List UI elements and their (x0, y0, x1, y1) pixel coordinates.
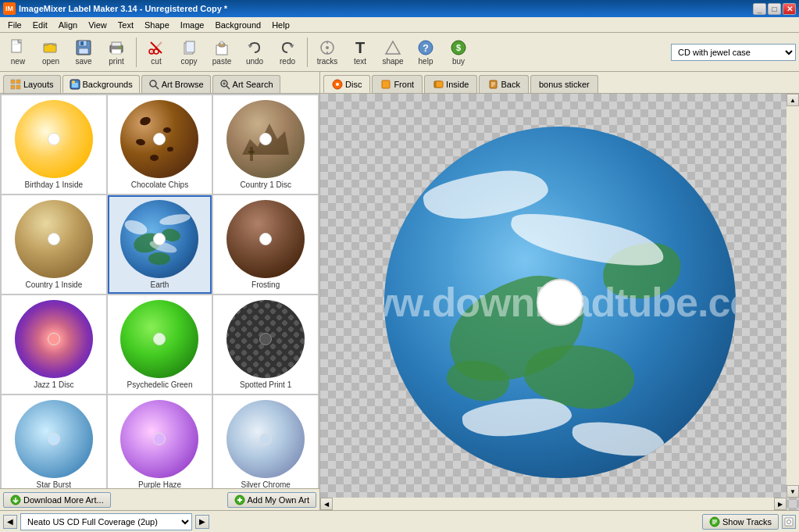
titlebar-buttons[interactable]: _ □ ✕ (753, 3, 796, 15)
new-label: new (11, 57, 25, 66)
thumbnail-extra1[interactable]: Star Burst (2, 395, 106, 488)
toolbar-separator-2 (307, 37, 308, 67)
redo-button[interactable]: redo (273, 36, 302, 68)
redo-label: redo (280, 57, 295, 66)
cut-icon (147, 38, 166, 57)
show-tracks-button[interactable]: Show Tracks (702, 514, 779, 530)
thumbnail-extra3[interactable]: Silver Chrome (213, 395, 318, 488)
scroll-left-arrow[interactable]: ◀ (320, 498, 333, 510)
main-cd-disc: www.downloadtube.com (384, 127, 736, 478)
tab-disc[interactable]: Disc (323, 75, 370, 93)
thumbnail-jazz[interactable]: Jazz 1 Disc (2, 295, 106, 394)
layout-select[interactable]: Neato US CD Full Coverage (2up) (20, 513, 192, 530)
next-layout-button[interactable]: ▶ (195, 515, 209, 529)
menu-help[interactable]: Help (267, 20, 294, 30)
thumbnail-spotted[interactable]: Spotted Print 1 (213, 295, 318, 394)
svg-text:?: ? (423, 42, 429, 54)
canvas-area: ▲ ▼ ◀ ▶ (320, 94, 799, 510)
thumbnail-country-inside[interactable]: Country 1 Inside (2, 195, 106, 294)
thumb-circle-birthday (15, 100, 93, 178)
thumb-label-extra3: Silver Chrome (241, 480, 290, 488)
cut-button[interactable]: cut (141, 36, 171, 68)
new-button[interactable]: new (3, 36, 33, 68)
svg-rect-30 (11, 80, 15, 84)
tab-art-browse[interactable]: Art Browse (141, 75, 211, 93)
thumbnail-earth[interactable]: Earth (108, 195, 212, 294)
thumb-circle-extra1 (15, 400, 93, 478)
help-button[interactable]: ? help (411, 36, 441, 68)
save-button[interactable]: save (69, 36, 98, 68)
print-button[interactable]: print (102, 36, 131, 68)
tab-bonus[interactable]: bonus sticker (530, 75, 598, 93)
minimize-button[interactable]: _ (753, 3, 766, 15)
scroll-up-arrow[interactable]: ▲ (787, 94, 799, 106)
thumb-label-chocolate: Chocolate Chips (131, 180, 188, 189)
back-tab-label: Back (501, 80, 519, 89)
maximize-button[interactable]: □ (768, 3, 781, 15)
tab-back[interactable]: Back (479, 75, 528, 93)
svg-text:$: $ (456, 43, 461, 52)
open-button[interactable]: open (36, 36, 66, 68)
thumb-hole (48, 333, 60, 345)
menu-align[interactable]: Align (54, 20, 82, 30)
menu-text[interactable]: Text (113, 20, 138, 30)
scroll-down-arrow[interactable]: ▼ (787, 485, 799, 498)
svg-point-56 (336, 83, 339, 86)
menu-edit[interactable]: Edit (28, 20, 52, 30)
thumbnail-extra2[interactable]: Purple Haze (108, 395, 212, 488)
thumbnail-chocolate[interactable]: Chocolate Chips (108, 95, 212, 194)
art-search-tab-label: Art Search (233, 80, 273, 89)
thumbnail-frosting[interactable]: Frosting (213, 195, 318, 294)
menu-shape[interactable]: Shape (140, 20, 174, 30)
undo-icon (245, 38, 264, 57)
thumb-hole (153, 433, 166, 445)
tracks-label: tracks (317, 57, 338, 66)
menu-file[interactable]: File (3, 20, 27, 30)
horizontal-scrollbar[interactable]: ◀ ▶ (320, 498, 787, 510)
close-button[interactable]: ✕ (783, 3, 796, 15)
tab-art-search[interactable]: Art Search (212, 75, 280, 93)
menu-image[interactable]: Image (176, 20, 209, 30)
earth-cloud-2 (506, 204, 667, 274)
undo-button[interactable]: undo (240, 36, 269, 68)
svg-rect-2 (13, 44, 19, 45)
inside-tab-label: Inside (446, 80, 469, 89)
template-select[interactable]: CD with jewel case (671, 44, 796, 61)
add-icon (234, 495, 245, 505)
svg-line-40 (227, 86, 230, 89)
disc-tab-icon (332, 79, 343, 90)
text-button[interactable]: T text (345, 36, 375, 68)
thumb-circle-country-inside (15, 200, 93, 278)
prev-layout-button[interactable]: ◀ (3, 515, 17, 529)
settings-button[interactable] (782, 515, 796, 529)
thumb-hole (48, 133, 60, 145)
paste-button[interactable]: paste (207, 36, 237, 68)
thumbnail-country1disc[interactable]: Country 1 Disc (213, 95, 318, 194)
add-art-button[interactable]: Add My Own Art (227, 492, 316, 508)
save-label: save (75, 57, 91, 66)
buy-icon: $ (449, 38, 468, 57)
menu-view[interactable]: View (84, 20, 112, 30)
tab-inside[interactable]: Inside (424, 75, 477, 93)
thumbnail-birthday1[interactable]: Birthday 1 Inside (2, 95, 106, 194)
right-panel: Disc Front Inside Back bonus sticker ▲ (320, 72, 799, 510)
thumbnail-psychedelic[interactable]: Psychedelic Green (108, 295, 212, 394)
tab-front[interactable]: Front (372, 75, 423, 93)
tab-layouts[interactable]: Layouts (3, 75, 61, 93)
toolbar-separator-1 (136, 37, 137, 67)
menu-background[interactable]: Background (210, 20, 266, 30)
redo-icon (278, 38, 297, 57)
thumb-label-extra1: Star Burst (37, 480, 71, 488)
scroll-right-arrow[interactable]: ▶ (774, 498, 787, 510)
thumb-circle-psychedelic (120, 300, 198, 378)
shape-button[interactable]: shape (378, 36, 408, 68)
buy-button[interactable]: $ buy (444, 36, 473, 68)
tracks-icon (318, 38, 337, 57)
download-art-button[interactable]: Download More Art... (3, 492, 111, 508)
tab-backgrounds[interactable]: Backgrounds (62, 75, 140, 93)
thumb-hole (259, 333, 272, 345)
copy-button[interactable]: copy (174, 36, 204, 68)
front-tab-label: Front (394, 80, 414, 89)
tracks-button[interactable]: tracks (312, 36, 342, 68)
vertical-scrollbar[interactable]: ▲ ▼ (787, 94, 799, 498)
